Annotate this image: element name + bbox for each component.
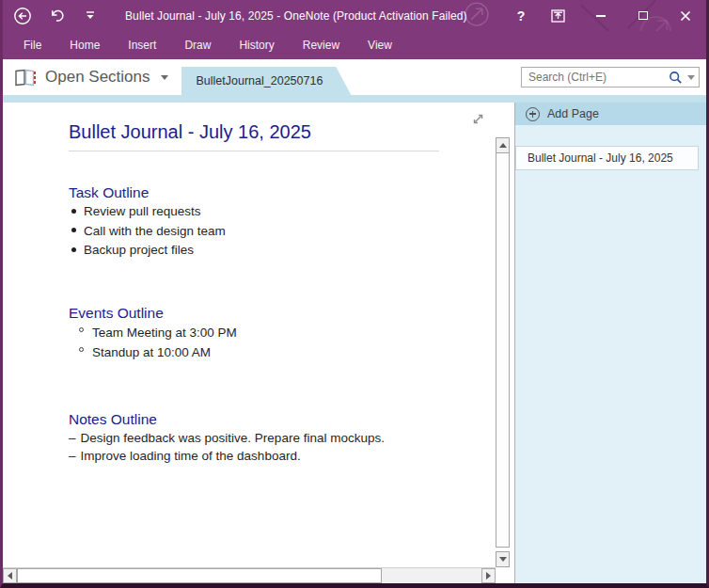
main-area: Bullet Journal - July 16, 2025 Task Outl…: [3, 103, 706, 583]
bullet-disc-icon: [71, 228, 76, 232]
open-sections-button[interactable]: Open Sections: [3, 59, 168, 95]
notebook-icon: [14, 69, 37, 87]
diagonal-resize-icon: [471, 112, 485, 126]
bullet-disc-icon: [71, 247, 76, 252]
back-button[interactable]: [12, 6, 33, 26]
vertical-scrollbar[interactable]: [496, 103, 510, 583]
titlebar: Bullet Journal - July 16, 2025 - OneNote…: [3, 0, 706, 31]
window-title: Bullet Journal - July 16, 2025 - OneNote…: [125, 9, 467, 23]
scroll-down-button[interactable]: [496, 551, 510, 567]
chevron-down-icon: [161, 75, 168, 80]
page-title: Bullet Journal - July 16, 2025: [69, 119, 477, 144]
bullet-circle-icon: [79, 327, 84, 332]
tab-review[interactable]: Review: [303, 33, 339, 57]
open-sections-label: Open Sections: [45, 68, 150, 87]
ribbon-tab-bar: File Home Insert Draw History Review Vie…: [3, 31, 706, 59]
outline-heading: Task Outline: [69, 183, 477, 202]
undo-icon: [49, 8, 65, 24]
section-color-strip: [3, 95, 706, 103]
add-page-label: Add Page: [547, 107, 599, 120]
onenote-window: Bullet Journal - July 16, 2025 - OneNote…: [0, 0, 709, 588]
list-item: Call with the design team: [69, 222, 477, 242]
maximize-icon: [638, 11, 648, 20]
horizontal-scroll-thumb[interactable]: [17, 568, 382, 583]
vertical-scroll-thumb[interactable]: [496, 153, 510, 548]
scroll-up-button[interactable]: [496, 137, 510, 153]
arrow-left-icon: [8, 572, 12, 580]
dash-bullet-icon: –: [69, 447, 76, 466]
section-tab[interactable]: BulletJournal_20250716: [181, 67, 352, 95]
scrollbar-top-gap: [496, 103, 510, 137]
horizontal-scroll-track[interactable]: [382, 568, 481, 583]
search-icon[interactable]: [669, 71, 683, 85]
close-button[interactable]: [664, 0, 706, 31]
scroll-right-button[interactable]: [481, 568, 496, 583]
outline-section-events: Events Outline Team Meeting at 3:00 PM S…: [69, 303, 477, 362]
close-icon: [680, 10, 691, 22]
add-page-button[interactable]: Add Page: [515, 103, 706, 125]
arrow-right-icon: [486, 572, 491, 580]
tab-home[interactable]: Home: [70, 33, 100, 57]
back-arrow-icon: [13, 7, 32, 25]
ribbon-display-options-icon: [551, 9, 565, 23]
bullet-circle-icon: [79, 347, 84, 352]
help-button[interactable]: ?: [505, 0, 537, 31]
search-scope-chevron-icon[interactable]: [687, 75, 695, 80]
outline-heading: Notes Outline: [69, 409, 477, 429]
tab-insert[interactable]: Insert: [128, 33, 156, 57]
customize-quick-access-button[interactable]: [80, 6, 101, 26]
ribbon-display-options-button[interactable]: [537, 0, 579, 31]
arrow-down-icon: [499, 557, 507, 562]
list-item: –Design feedback was positive. Prepare f…: [69, 429, 477, 448]
tab-file[interactable]: File: [24, 33, 41, 57]
list-item: Backup project files: [69, 241, 477, 261]
title-divider: [69, 151, 439, 151]
tab-draw[interactable]: Draw: [184, 33, 211, 57]
minimize-button[interactable]: [579, 0, 622, 31]
arrow-up-icon: [499, 143, 507, 148]
page-panel: Add Page Bullet Journal - July 16, 2025: [515, 103, 706, 583]
tab-history[interactable]: History: [239, 33, 274, 57]
tab-view[interactable]: View: [368, 33, 392, 57]
dash-bullet-icon: –: [69, 429, 76, 448]
scroll-left-button[interactable]: [3, 568, 17, 583]
list-item: Review pull requests: [69, 202, 477, 222]
maximize-button[interactable]: [622, 0, 664, 31]
outline-heading: Events Outline: [69, 303, 477, 323]
canvas-column: Bullet Journal - July 16, 2025 Task Outl…: [3, 103, 496, 583]
list-item: –Improve loading time of the dashboard.: [69, 447, 477, 466]
section-bar: Open Sections BulletJournal_20250716: [3, 59, 706, 95]
list-item: Team Meeting at 3:00 PM: [69, 323, 477, 342]
outline-section-tasks: Task Outline Review pull requests Call w…: [69, 183, 477, 261]
page-canvas[interactable]: Bullet Journal - July 16, 2025 Task Outl…: [3, 103, 496, 567]
search-input[interactable]: [528, 71, 669, 84]
bullet-disc-icon: [71, 209, 76, 214]
quick-access-toolbar: [3, 6, 101, 26]
horizontal-scrollbar[interactable]: [3, 567, 496, 583]
plus-circle-icon: [526, 107, 540, 121]
undo-button[interactable]: [46, 6, 67, 26]
section-tab-label: BulletJournal_20250716: [197, 74, 323, 87]
outline-section-notes: Notes Outline –Design feedback was posit…: [69, 409, 477, 466]
list-item: Standup at 10:00 AM: [69, 342, 477, 362]
chevron-down-icon: [86, 11, 95, 20]
search-box: [521, 67, 700, 87]
minimize-icon: [596, 15, 606, 17]
page-list-item[interactable]: Bullet Journal - July 16, 2025: [515, 146, 699, 170]
expand-page-button[interactable]: [471, 112, 488, 129]
window-controls: ?: [505, 0, 706, 31]
